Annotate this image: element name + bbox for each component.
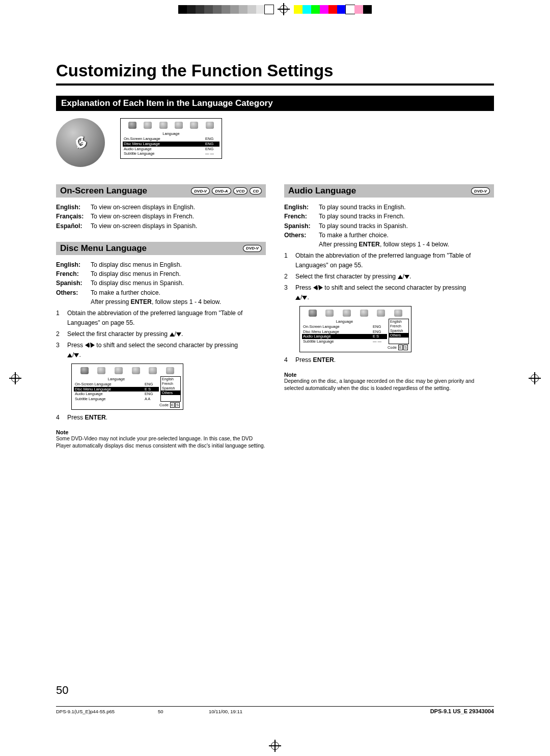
text: , follow steps 1 - 4 below. [152, 298, 221, 305]
disc-badges: DVD-V [243, 245, 262, 252]
osd-panel-top: LanguageOn-Screen LanguageENGDisc Menu L… [120, 118, 222, 159]
step-1: 1Obtain the abbreviation of the preferre… [56, 309, 266, 327]
def-row: English:To view on-screen displays in En… [56, 203, 266, 212]
footer-filename: DPS-9.1(US_E)p44-55.p65 [56, 709, 158, 714]
footer-page: 50 [158, 709, 209, 714]
gray-swatches [178, 5, 273, 14]
up-arrow-icon [398, 275, 403, 279]
step-text: Press / to shift and select the second c… [295, 283, 494, 302]
disc-badge: VCD [233, 187, 248, 194]
after-enter-line: After pressing ENTER, follow steps 1 - 4… [284, 240, 494, 249]
left-arrow-icon [313, 285, 317, 290]
term: Spanish: [284, 221, 319, 231]
registration-mark-icon [269, 740, 281, 752]
section-discmenu: Disc Menu Language DVD-V [56, 242, 266, 255]
disc-badge: CD [250, 187, 262, 194]
registration-mark-icon [278, 3, 290, 15]
two-columns: On-Screen Language DVD-VDVD-AVCDCD Engli… [56, 179, 494, 450]
audio-step4: 4Press ENTER. [284, 355, 494, 365]
disc-badges: DVD-V [471, 187, 490, 194]
step-4: 4Press ENTER. [56, 413, 266, 422]
page-title: Customizing the Function Settings [56, 61, 494, 86]
footer-date: 10/11/00, 19:11 [209, 709, 430, 714]
discmenu-step4: 4Press ENTER. [56, 413, 266, 422]
step-3: 3Press / to shift and select the second … [56, 341, 266, 359]
desc: To make a further choice. [91, 288, 266, 297]
def-row: Others:To make a further choice. [56, 288, 266, 297]
step-1: 1Obtain the abbreviation of the preferre… [284, 251, 494, 270]
down-arrow-icon [176, 332, 181, 337]
step-text: Select the first character by pressing /… [67, 329, 266, 339]
def-row: French:To play sound tracks in French. [284, 212, 494, 221]
def-row: Español:To view on-screen displays in Sp… [56, 221, 266, 231]
footer-meta: DPS-9.1(US_E)p44-55.p65 50 10/11/00, 19:… [56, 706, 494, 714]
desc: To view on-screen displays in English. [91, 203, 266, 212]
color-swatches [294, 5, 372, 14]
term: English: [56, 260, 91, 269]
page-number: 50 [56, 684, 68, 697]
disc-badges: DVD-VDVD-AVCDCD [191, 187, 262, 194]
down-arrow-icon [404, 275, 409, 279]
step-text: Press ENTER. [295, 355, 494, 365]
abc-icon: ABC [56, 118, 105, 167]
desc: To display disc menus in French. [91, 269, 266, 278]
step-text: Obtain the abbreviation of the preferred… [67, 309, 266, 327]
disc-badge: DVD-V [471, 187, 490, 194]
term: French: [284, 212, 319, 221]
osd-panel-discmenu: LanguageOn-Screen LanguageENGDisc Menu L… [71, 363, 183, 410]
step-3: 3Press / to shift and select the second … [284, 283, 494, 302]
up-arrow-icon [67, 353, 72, 357]
audio-list: English:To play sound tracks in English.… [284, 203, 494, 240]
enter-label: ENTER [131, 298, 152, 305]
section-onscreen: On-Screen Language DVD-VDVD-AVCDCD [56, 184, 266, 198]
registration-mark-icon [9, 372, 21, 384]
term: Spanish: [56, 278, 91, 288]
term: English: [284, 203, 319, 212]
enter-label: ENTER [359, 241, 380, 248]
intro-row: ABC LanguageOn-Screen LanguageENGDisc Me… [56, 118, 494, 167]
step-2: 2Select the first character by pressing … [284, 272, 494, 281]
desc: To make a further choice. [319, 231, 494, 240]
note-text: Some DVD-Video may not include your pre-… [56, 435, 266, 450]
footer-code: DPS-9.1 US_E 29343004 [430, 708, 494, 714]
discmenu-list: English:To display disc menus in English… [56, 260, 266, 297]
term: Others: [284, 231, 319, 240]
desc: To play sound tracks in English. [319, 203, 494, 212]
note-text: Depending on the disc, a language record… [284, 378, 494, 392]
desc: To view on-screen displays in French. [91, 212, 266, 221]
discmenu-steps: 1Obtain the abbreviation of the preferre… [56, 309, 266, 359]
up-arrow-icon [295, 296, 300, 300]
right-arrow-icon [319, 285, 323, 290]
desc: To display disc menus in English. [91, 260, 266, 269]
desc: To play sound tracks in Spanish. [319, 221, 494, 231]
term: Español: [56, 221, 91, 231]
note-label: Note [284, 372, 494, 378]
registration-mark-icon [529, 372, 541, 384]
down-arrow-icon [302, 296, 307, 300]
disc-badge: DVD-V [243, 245, 262, 252]
def-row: Français:To view on-screen displays in F… [56, 212, 266, 221]
left-arrow-icon [85, 343, 89, 348]
term: Français: [56, 212, 91, 221]
disc-badge: DVD-V [191, 187, 210, 194]
calibration-bar [0, 4, 550, 14]
up-arrow-icon [170, 332, 175, 337]
step-text: Obtain the abbreviation of the preferred… [295, 251, 494, 270]
step-text: Select the first character by pressing /… [295, 272, 494, 281]
def-row: Spanish:To display disc menus in Spanish… [56, 278, 266, 288]
after-enter-line: After pressing ENTER, follow steps 1 - 4… [56, 297, 266, 306]
term: Others: [56, 288, 91, 297]
term: English: [56, 203, 91, 212]
step-2: 2Select the first character by pressing … [56, 329, 266, 339]
onscreen-list: English:To view on-screen displays in En… [56, 203, 266, 231]
down-arrow-icon [74, 353, 79, 357]
right-arrow-icon [91, 343, 95, 348]
section-header-black: Explanation of Each Item in the Language… [56, 96, 494, 111]
term: French: [56, 269, 91, 278]
text: After pressing [91, 298, 131, 305]
osd-panel-audio: LanguageOn-Screen LanguageENGDisc Menu L… [299, 306, 411, 352]
desc: To play sound tracks in French. [319, 212, 494, 221]
disc-badge: DVD-A [212, 187, 231, 194]
step-4: 4Press ENTER. [284, 355, 494, 365]
note-label: Note [56, 429, 266, 435]
